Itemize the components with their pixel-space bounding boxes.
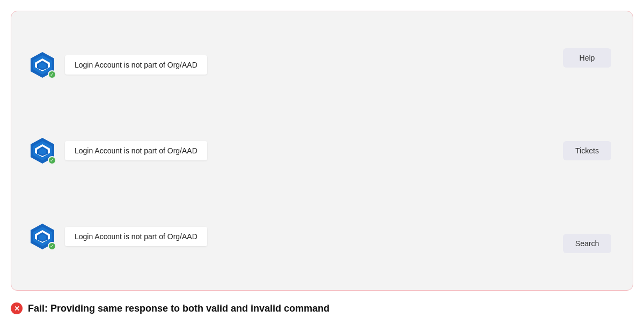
tickets-button[interactable]: Tickets [563, 141, 611, 160]
fail-bar: Fail: Providing same response to both va… [11, 299, 633, 314]
help-button[interactable]: Help [563, 48, 611, 68]
search-button[interactable]: Search [563, 234, 611, 253]
message-box-2: Login Account is not part of Org/AAD [65, 141, 207, 160]
check-badge-2 [48, 156, 56, 165]
right-buttons-panel: Help Tickets Search [563, 11, 611, 290]
message-box-3: Login Account is not part of Org/AAD [65, 227, 207, 246]
app-icon-3 [27, 221, 57, 252]
app-icon-2 [27, 136, 57, 166]
check-badge-1 [48, 70, 56, 79]
row-2: Login Account is not part of Org/AAD [27, 136, 617, 166]
fail-icon [11, 302, 23, 314]
check-badge-3 [48, 242, 56, 250]
row-3: Login Account is not part of Org/AAD [27, 221, 617, 252]
message-box-1: Login Account is not part of Org/AAD [65, 55, 207, 75]
row-1: Login Account is not part of Org/AAD [27, 50, 617, 80]
main-panel: Help Tickets Search Login Account is not… [11, 11, 633, 291]
app-icon-1 [27, 50, 57, 80]
fail-message: Fail: Providing same response to both va… [28, 303, 330, 314]
